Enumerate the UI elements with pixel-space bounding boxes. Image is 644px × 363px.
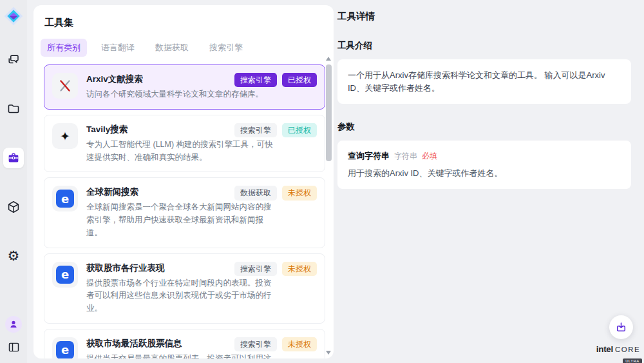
gear-icon: ⚙: [8, 250, 20, 263]
intel-core-logo: intelcore Ultra: [594, 343, 643, 363]
nav-cube-icon[interactable]: [3, 197, 24, 217]
tool-list-panel: 工具集 所有类别 语言翻译 数据获取 搜索引擎 Arxiv文献搜索 访问各个研究…: [33, 5, 334, 358]
intro-card: 一个用于从Arxiv存储库搜索科学论文和文章的工具。 输入可以是Arxiv ID…: [337, 59, 631, 104]
intro-heading: 工具介绍: [337, 40, 631, 52]
tool-item-sector-performance[interactable]: e 获取股市各行业表现 提供股票市场各个行业在特定时间段内的表现。投资者可以利用…: [44, 253, 325, 324]
category-badge: 数据获取: [234, 186, 277, 200]
category-badge: 搜索引擎: [234, 123, 277, 137]
app-logo: [3, 6, 24, 26]
category-tabs: 所有类别 语言翻译 数据获取 搜索引擎: [41, 39, 334, 57]
tool-description: 专为人工智能代理 (LLM) 构建的搜索引擎工具，可快速提供实时、准确和真实的结…: [86, 139, 276, 164]
tool-description: 提供当天交易量最高的股票列表，投资者可以利用这些信息来识别流动性强的股票和潜在的…: [86, 353, 276, 358]
category-badge: 搜索引擎: [234, 262, 277, 276]
brand-intel: intel: [596, 344, 613, 354]
category-badge: 搜索引擎: [234, 73, 277, 87]
gem-diamond-icon: [3, 6, 24, 26]
tool-item-arxiv[interactable]: Arxiv文献搜索 访问各个研究领域大量科学论文和文章的存储库。 搜索引擎 已授…: [44, 64, 325, 110]
collapse-panel-icon[interactable]: [7, 340, 21, 354]
four-pointed-star-icon: ✦: [52, 123, 78, 149]
intro-text: 一个用于从Arxiv存储库搜索科学论文和文章的工具。 输入可以是Arxiv ID…: [348, 69, 621, 94]
user-avatar[interactable]: [5, 316, 22, 333]
brand-core: core: [615, 346, 640, 353]
download-button[interactable]: [609, 315, 633, 339]
app-sidebar: ⚙: [0, 0, 27, 363]
auth-status-badge: 未授权: [282, 186, 317, 200]
auth-status-badge: 已授权: [282, 73, 317, 87]
tool-item-tavily[interactable]: ✦ Tavily搜索 专为人工智能代理 (LLM) 构建的搜索引擎工具，可快速提…: [44, 115, 325, 173]
blue-e-logo-icon: e: [52, 337, 78, 358]
param-description: 用于搜索的Arxiv ID、关键字或作者姓名。: [348, 168, 621, 179]
nav-settings-icon[interactable]: ⚙: [3, 246, 24, 266]
download-icon: [615, 321, 627, 333]
sidebar-bottom: [0, 316, 27, 354]
scroll-down-icon[interactable]: [326, 351, 331, 355]
auth-status-badge: 未授权: [282, 262, 317, 276]
param-name: 查询字符串: [348, 150, 390, 162]
tab-data-fetch[interactable]: 数据获取: [149, 39, 195, 57]
blue-e-logo-icon: e: [52, 186, 78, 211]
nav-folder-icon[interactable]: [3, 99, 24, 119]
tool-detail-panel: 工具详情 工具介绍 一个用于从Arxiv存储库搜索科学论文和文章的工具。 输入可…: [334, 0, 644, 363]
category-badge: 搜索引擎: [234, 337, 277, 351]
auth-status-badge: 未授权: [282, 337, 317, 351]
tab-language-translation[interactable]: 语言翻译: [95, 39, 141, 57]
param-required-flag: 必填: [422, 151, 437, 162]
blue-e-logo-icon: e: [52, 262, 78, 288]
person-icon: [8, 319, 19, 330]
detail-title: 工具详情: [337, 10, 631, 23]
brand-ultra-badge: Ultra: [623, 358, 642, 363]
sidebar-nav: ⚙: [3, 50, 24, 266]
tool-item-most-active-stocks[interactable]: e 获取市场最活跃股票信息 提供当天交易量最高的股票列表，投资者可以利用这些信息…: [44, 329, 325, 358]
tab-all-categories[interactable]: 所有类别: [41, 39, 87, 57]
tool-item-global-news[interactable]: e 全球新闻搜索 全球新闻搜索是一个聚合全球各大新闻网站内容的搜索引擎，帮助用户…: [44, 177, 325, 248]
tool-list: Arxiv文献搜索 访问各个研究领域大量科学论文和文章的存储库。 搜索引擎 已授…: [44, 64, 326, 358]
scrollbar-thumb[interactable]: [326, 64, 332, 161]
nav-toolbox-icon[interactable]: [3, 148, 24, 168]
list-scrollbar[interactable]: [326, 57, 332, 355]
tool-description: 访问各个研究领域大量科学论文和文章的存储库。: [86, 88, 276, 101]
param-type: 字符串: [394, 151, 417, 162]
page-title: 工具集: [44, 17, 334, 29]
scroll-up-icon[interactable]: [326, 57, 331, 61]
nav-chat-icon[interactable]: [3, 50, 24, 70]
auth-status-badge: 已授权: [282, 123, 317, 137]
tool-description: 提供股票市场各个行业在特定时间段内的表现。投资者可以利用这些信息来识别表现优于或…: [86, 277, 276, 315]
params-heading: 参数: [337, 121, 631, 133]
arxiv-logo-icon: [52, 73, 78, 99]
tool-description: 全球新闻搜索是一个聚合全球各大新闻网站内容的搜索引擎，帮助用户快速获取全球最新资…: [86, 201, 276, 239]
parameter-card: 查询字符串 字符串 必填 用于搜索的Arxiv ID、关键字或作者姓名。: [337, 141, 631, 189]
tab-search-engine[interactable]: 搜索引擎: [203, 39, 249, 57]
